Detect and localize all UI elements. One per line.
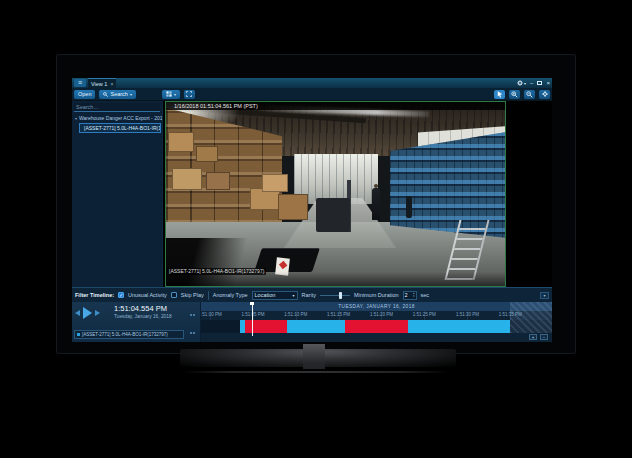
- display-settings-button[interactable]: [539, 90, 550, 99]
- track-color-swatch: [77, 333, 80, 336]
- tab-view-1[interactable]: View 1 ×: [88, 78, 116, 88]
- timeline-segment-activity: [408, 320, 510, 333]
- step-forward-button[interactable]: [95, 310, 100, 316]
- rarity-slider-handle[interactable]: [339, 292, 342, 299]
- tree-camera-label: [ASSET-2771] 5.0L-H4A-BO1-IR(1: [84, 125, 161, 131]
- fullscreen-button[interactable]: [184, 90, 195, 99]
- minimum-duration-value: 2: [405, 292, 408, 298]
- anomaly-type-label: Anomaly Type: [213, 292, 248, 298]
- camera-video-frame[interactable]: 1/16/2018 01:51:04.561 PM (PST) [ASSET-2…: [165, 101, 506, 287]
- skip-play-label: Skip Play: [181, 292, 204, 298]
- tab-close-icon[interactable]: ×: [110, 81, 113, 87]
- stepper-down-icon[interactable]: ▾: [413, 295, 415, 298]
- search-icon: [103, 92, 108, 97]
- window-controls: ▾ − ×: [517, 78, 550, 88]
- zoom-in-tool-button[interactable]: [509, 90, 520, 99]
- video-camera-label-overlay: [ASSET-2771] 5.0L-H4A-BO1-IR(1732797): [167, 268, 266, 275]
- tab-bar: ≡ View 1 × ▾ − ×: [72, 78, 552, 88]
- playback-current-time: 1:51:04.554 PM: [114, 304, 186, 313]
- sidebar-item-camera-selected[interactable]: [ASSET-2771] 5.0L-H4A-BO1-IR(1: [79, 123, 161, 133]
- search-button-label: Search: [110, 91, 127, 97]
- timeline-zoom-out-icon[interactable]: −: [540, 334, 548, 340]
- pan-tool-button[interactable]: [494, 90, 505, 99]
- search-input[interactable]: [74, 103, 160, 112]
- track-label-text: [ASSET-2771] 5.0L-H4A-BO1-IR(1732797): [82, 332, 168, 337]
- fullscreen-icon: [186, 91, 192, 97]
- filter-timeline-bar: Filter Timeline: ✓ Unusual Activity ✓ Sk…: [72, 287, 552, 302]
- zoom-in-icon: [511, 91, 518, 98]
- video-pane: 1/16/2018 01:51:04.561 PM (PST) [ASSET-2…: [163, 101, 552, 287]
- main-toolbar: Open Search ▾ ▾: [72, 88, 552, 101]
- tab-label: View 1: [91, 81, 107, 87]
- sidebar-item-export-folder[interactable]: ▾ Warehouse Danger ACC Export - 2018-01: [72, 114, 162, 122]
- gear-icon: [517, 80, 523, 86]
- minimum-duration-label: Minimum Duration: [354, 292, 399, 298]
- video-timestamp-overlay: 1/16/2018 01:51:04.561 PM (PST): [166, 102, 505, 110]
- main-content: ▾ Warehouse Danger ACC Export - 2018-01 …: [72, 101, 552, 287]
- zoom-out-tool-button[interactable]: [524, 90, 535, 99]
- scene-person: [372, 188, 380, 220]
- gear-icon: [542, 91, 548, 97]
- anomaly-type-dropdown[interactable]: Location ▾: [252, 291, 298, 300]
- unusual-activity-checkbox[interactable]: ✓: [118, 292, 124, 298]
- filter-timeline-title: Filter Timeline:: [75, 292, 114, 298]
- caret-down-icon: ▾: [130, 92, 132, 97]
- timeline[interactable]: TUESDAY, JANUARY 16, 2018 1:51:00 PM1:51…: [200, 302, 552, 342]
- caret-down-icon: ▾: [524, 81, 526, 86]
- camera-track-label[interactable]: [ASSET-2771] 5.0L-H4A-BO1-IR(1732797): [74, 330, 184, 339]
- monitor-base-reflection: [183, 371, 449, 373]
- skip-play-checkbox[interactable]: ✓: [171, 292, 177, 298]
- timeline-activity-bar: [201, 320, 552, 333]
- playback-panel: 1:51:04.554 PM Tuesday, January 16, 2018…: [72, 302, 186, 342]
- playback-timeline-section: 1:51:04.554 PM Tuesday, January 16, 2018…: [72, 302, 552, 342]
- playback-controls: [75, 307, 100, 319]
- anomaly-type-value: Location: [255, 292, 276, 298]
- zoom-out-icon: [526, 91, 533, 98]
- scene-forklift: [316, 198, 350, 232]
- rarity-slider-track: [320, 295, 350, 297]
- unusual-activity-label: Unusual Activity: [128, 292, 167, 298]
- restore-window-button[interactable]: [537, 81, 542, 85]
- caret-down-icon: ▾: [174, 92, 176, 97]
- minimize-button[interactable]: −: [530, 80, 534, 86]
- tree-expand-icon[interactable]: ▾: [75, 116, 77, 121]
- layout-button[interactable]: ▾: [162, 90, 180, 99]
- check-icon: ✓: [119, 293, 123, 298]
- timeline-segment-activity: [287, 320, 345, 333]
- playback-current-date: Tuesday, January 16, 2018: [114, 314, 186, 319]
- minimum-duration-unit: sec: [421, 292, 430, 298]
- timeline-future-zone: [510, 302, 552, 333]
- grid-layout-icon: [166, 91, 172, 97]
- minimum-duration-stepper[interactable]: 2 ▴ ▾: [403, 291, 417, 300]
- menu-icon[interactable]: ≡: [74, 79, 86, 87]
- open-button-label: Open: [78, 91, 91, 97]
- open-button[interactable]: Open: [74, 90, 95, 99]
- caret-down-icon: ▾: [293, 293, 295, 298]
- settings-menu-button[interactable]: ▾: [517, 80, 526, 86]
- timeline-segment-unusual: [345, 320, 409, 333]
- rarity-slider[interactable]: [320, 292, 350, 299]
- collapse-timeline-icon[interactable]: ▾: [540, 292, 549, 299]
- video-management-app-window: ≡ View 1 × ▾ − × Open Search ▾ ▾: [72, 78, 552, 342]
- scene-person: [406, 196, 412, 218]
- panel-splitter[interactable]: [186, 302, 200, 342]
- sidebar: ▾ Warehouse Danger ACC Export - 2018-01 …: [72, 101, 163, 287]
- cursor-arrow-icon: [497, 91, 503, 98]
- timeline-zoom-in-icon[interactable]: +: [529, 334, 537, 340]
- timeline-playhead[interactable]: [252, 304, 253, 336]
- close-window-button[interactable]: ×: [546, 80, 550, 86]
- search-button[interactable]: Search ▾: [99, 90, 135, 99]
- rarity-label: Rarity: [302, 292, 316, 298]
- tree-folder-label: Warehouse Danger ACC Export - 2018-01: [79, 115, 162, 121]
- step-backward-button[interactable]: [75, 310, 80, 316]
- play-button[interactable]: [83, 307, 92, 319]
- monitor-stand-neck: [303, 344, 325, 369]
